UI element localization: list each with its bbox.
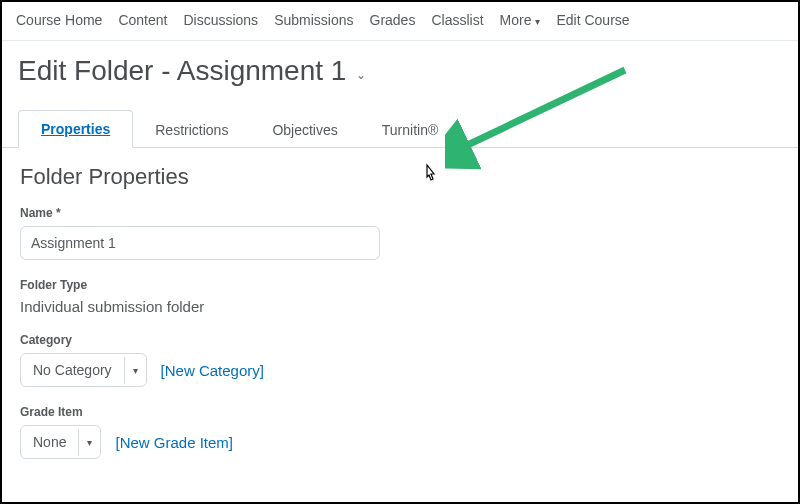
title-dropdown-icon[interactable]: ⌄: [356, 68, 366, 82]
nav-classlist[interactable]: Classlist: [431, 12, 483, 28]
nav-more-label: More: [500, 12, 532, 28]
tab-restrictions[interactable]: Restrictions: [133, 112, 250, 148]
tab-turnitin[interactable]: Turnitin®: [360, 112, 460, 148]
new-grade-item-link[interactable]: [New Grade Item]: [115, 434, 233, 451]
section-title: Folder Properties: [20, 164, 780, 190]
chevron-down-icon: ▾: [535, 16, 540, 27]
tab-objectives[interactable]: Objectives: [250, 112, 359, 148]
folder-type-value: Individual submission folder: [20, 298, 780, 315]
content-area: Folder Properties Name * Folder Type Ind…: [2, 148, 798, 475]
nav-more[interactable]: More ▾: [500, 12, 541, 28]
field-category: Category No Category ▾ [New Category]: [20, 333, 780, 387]
field-grade-item: Grade Item None ▾ [New Grade Item]: [20, 405, 780, 459]
chevron-down-icon[interactable]: ▾: [124, 357, 146, 384]
nav-discussions[interactable]: Discussions: [183, 12, 258, 28]
new-category-link[interactable]: [New Category]: [161, 362, 264, 379]
nav-content[interactable]: Content: [118, 12, 167, 28]
grade-item-select[interactable]: None ▾: [20, 425, 101, 459]
top-nav: Course Home Content Discussions Submissi…: [2, 2, 798, 41]
name-label: Name *: [20, 206, 780, 220]
grade-item-label: Grade Item: [20, 405, 780, 419]
field-name: Name *: [20, 206, 780, 260]
grade-item-select-value: None: [21, 426, 78, 458]
nav-submissions[interactable]: Submissions: [274, 12, 353, 28]
page-title: Edit Folder - Assignment 1: [18, 55, 346, 87]
field-folder-type: Folder Type Individual submission folder: [20, 278, 780, 315]
nav-course-home[interactable]: Course Home: [16, 12, 102, 28]
tabs: Properties Restrictions Objectives Turni…: [2, 109, 798, 148]
page-title-row: Edit Folder - Assignment 1 ⌄: [2, 41, 798, 109]
category-select[interactable]: No Category ▾: [20, 353, 147, 387]
category-select-value: No Category: [21, 354, 124, 386]
nav-grades[interactable]: Grades: [370, 12, 416, 28]
nav-edit-course[interactable]: Edit Course: [556, 12, 629, 28]
chevron-down-icon[interactable]: ▾: [78, 429, 100, 456]
tab-properties[interactable]: Properties: [18, 110, 133, 148]
category-label: Category: [20, 333, 780, 347]
folder-type-label: Folder Type: [20, 278, 780, 292]
name-input[interactable]: [20, 226, 380, 260]
